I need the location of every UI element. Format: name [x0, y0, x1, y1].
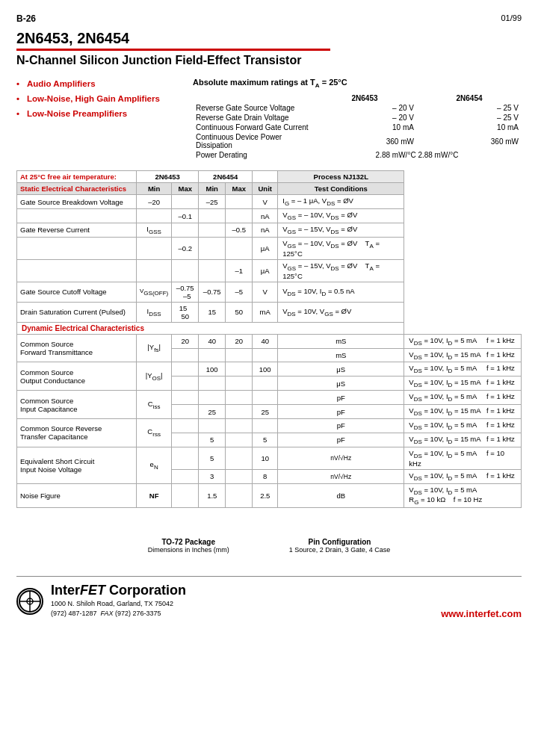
row-yfs1: Common SourceForward Transmittance |Yfs|… [17, 334, 522, 348]
company-logo-icon [16, 588, 43, 615]
param-ciss: Common SourceInput Capacitance [17, 391, 137, 419]
row-en1: Equivalent Short CircuitInput Noise Volt… [17, 447, 522, 469]
test-conditions-header: Test Conditions [278, 183, 404, 195]
pkg-config-row: TO-72 Package Dimensions in Inches (mm) … [16, 538, 522, 554]
col-2n6454-header: 2N6454 [199, 171, 253, 183]
pin-config: Pin Configuration 1 Source, 2 Drain, 3 G… [289, 538, 391, 554]
gsbd-unit: V [253, 195, 278, 209]
abs-row-2: Reverse Gate Drain Voltage – 20 V – 25 V [193, 113, 522, 123]
grc1-max1: –0.1 [172, 209, 199, 223]
dynamic-char-label: Dynamic Electrical Characteristics [17, 322, 404, 334]
company-name: InterFET Corporation [51, 583, 186, 599]
gsbd-min2: –25 [199, 195, 226, 209]
company-fet: FET [80, 583, 105, 598]
company-address: 1000 N. Shiloh Road, Garland, TX 75042 (… [51, 599, 186, 619]
header-row: B-26 01/99 [16, 13, 522, 24]
company-website[interactable]: www.interfet.com [441, 608, 522, 619]
max-col-1: Max [172, 183, 199, 195]
package-info: TO-72 Package Dimensions in Inches (mm) [148, 538, 229, 554]
doc-date: 01/99 [501, 13, 522, 22]
feature-2: Low-Noise, High Gain Amplifiers [16, 93, 181, 105]
company-logo-area: InterFET Corporation 1000 N. Shiloh Road… [16, 583, 186, 619]
package-sub: Dimensions in Inches (mm) [148, 546, 229, 554]
row-grc3: –0.2 μA VGS = – 10V, VDS = ØV TA = 125°C [17, 237, 522, 259]
features-col: Audio Amplifiers Low-Noise, High Gain Am… [16, 78, 181, 160]
part-subtitle-line [16, 49, 330, 51]
row-gsbd: Gate Source Breakdown Voltage –20 –25 V … [17, 195, 522, 209]
unit-col: Unit [253, 183, 278, 195]
temp-note: At 25°C free air temperature: [17, 171, 137, 183]
abs-col-2n6453: 2N6453 [312, 93, 417, 103]
doc-id: B-26 [16, 13, 36, 24]
row-crss1: Common Source ReverseTransfer Capacitanc… [17, 418, 522, 433]
row-grc2: Gate Reverse Current IGSS –0.5 nA VGS = … [17, 223, 522, 237]
row-grc1: –0.1 nA VGS = – 10V, VDS = ØV [17, 209, 522, 223]
row-yos1: Common SourceOutput Conductance |YOS| 10… [17, 362, 522, 377]
param-idss: Drain Saturation Current (Pulsed) [17, 302, 137, 322]
static-char-header: Static Electrical Characteristics [17, 183, 137, 195]
param-crss: Common Source ReverseTransfer Capacitanc… [17, 418, 137, 447]
abs-max-table: 2N6453 2N6454 Reverse Gate Source Voltag… [193, 93, 522, 160]
col-2n6453-header: 2N6453 [137, 171, 199, 183]
row-nf: Noise Figure NF 1.5 2.5 dB VDS = 10V, ID… [17, 483, 522, 508]
abs-row-1: Reverse Gate Source Voltage – 20 V – 25 … [193, 103, 522, 113]
row-gscoff: Gate Source Cutoff Voltage VGS(OFF) –0.7… [17, 282, 522, 302]
min-col-2: Min [199, 183, 226, 195]
company-corp: Corporation [105, 583, 186, 598]
pin-config-label: Pin Configuration [289, 538, 391, 546]
abs-row-4: Continuous Device Power Dissipation 360 … [193, 132, 522, 150]
abs-col-2n6454: 2N6454 [417, 93, 522, 103]
feature-list: Audio Amplifiers Low-Noise, High Gain Am… [16, 78, 181, 120]
abs-max-col: Absolute maximum ratings at TA = 25°C 2N… [193, 78, 522, 160]
logo-svg [18, 589, 42, 613]
process-header: Process NJ132L [278, 171, 404, 183]
footer: InterFET Corporation 1000 N. Shiloh Road… [16, 576, 522, 619]
package-label: TO-72 Package [148, 538, 229, 546]
min-col-1: Min [137, 183, 172, 195]
part-subtitle: N-Channel Silicon Junction Field-Effect … [16, 54, 522, 67]
page: B-26 01/99 2N6453, 2N6454 N-Channel Sili… [0, 0, 538, 756]
gsbd-cond: IG = – 1 μA, VDS = ØV [278, 195, 404, 209]
abs-row-3: Continuous Forward Gate Current 10 mA 10… [193, 123, 522, 132]
param-yfs: Common SourceForward Transmittance [17, 334, 137, 362]
param-nf: Noise Figure [17, 483, 137, 508]
feature-3: Low-Noise Preamplifiers [16, 108, 181, 120]
main-characteristics-table: At 25°C free air temperature: 2N6453 2N6… [16, 170, 522, 508]
param-grc: Gate Reverse Current [17, 223, 137, 237]
param-en: Equivalent Short CircuitInput Noise Volt… [17, 447, 137, 483]
company-name-info: InterFET Corporation 1000 N. Shiloh Road… [51, 583, 186, 619]
pin-config-sub: 1 Source, 2 Drain, 3 Gate, 4 Case [289, 546, 391, 554]
part-numbers: 2N6453, 2N6454 [16, 30, 522, 47]
abs-row-5: Power Derating 2.88 mW/°C 2.88 mW/°C [193, 150, 522, 160]
gsbd-min1: –20 [137, 195, 172, 209]
param-gscoff: Gate Source Cutoff Voltage [17, 282, 137, 302]
max-col-2: Max [226, 183, 253, 195]
content-row: Audio Amplifiers Low-Noise, High Gain Am… [16, 78, 522, 160]
abs-max-title: Absolute maximum ratings at TA = 25°C [193, 78, 522, 89]
dynamic-section-header: Dynamic Electrical Characteristics [17, 322, 522, 334]
param-gsbd: Gate Source Breakdown Voltage [17, 195, 137, 209]
row-idss: Drain Saturation Current (Pulsed) IDSS 1… [17, 302, 522, 322]
company-inter: Inter [51, 583, 80, 598]
feature-1: Audio Amplifiers [16, 78, 181, 90]
row-ciss1: Common SourceInput Capacitance Ciss pF V… [17, 391, 522, 405]
row-grc4: –1 μA VGS = – 15V, VDS = ØV TA = 125°C [17, 259, 522, 282]
param-yos: Common SourceOutput Conductance [17, 362, 137, 391]
